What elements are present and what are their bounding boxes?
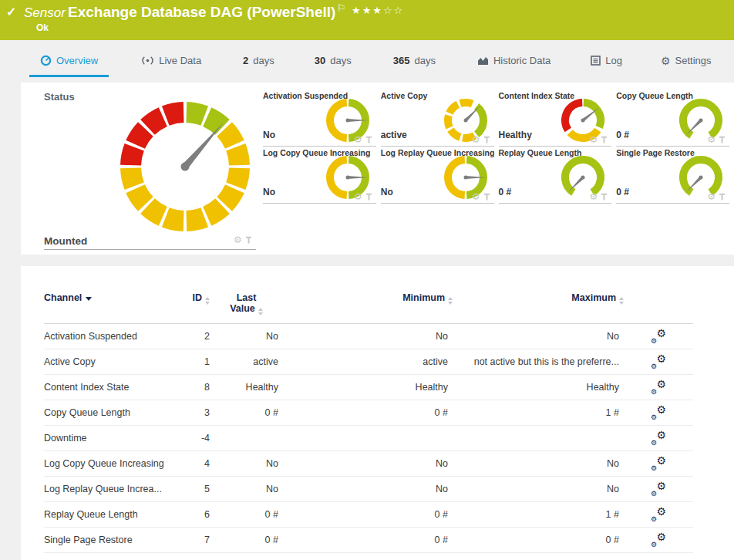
cell-minimum: 0 #	[283, 502, 453, 528]
tab-2-days[interactable]: 2days	[232, 55, 285, 77]
channel-settings-gears-icon[interactable]: ⚙⚙	[651, 532, 666, 546]
cell-maximum: 0 #	[453, 528, 624, 553]
pin-icon[interactable]	[244, 236, 253, 245]
mini-gauge-grid: Activation Suspended No ⚙ Active Copy ac…	[263, 83, 734, 204]
channel-settings-gears-icon[interactable]: ⚙⚙	[651, 380, 666, 393]
tab-overview[interactable]: Overview	[29, 55, 109, 77]
flag-icon[interactable]: ⚐	[337, 2, 346, 14]
cell-maximum: No	[453, 451, 624, 477]
channel-settings-gears-icon[interactable]: ⚙⚙	[651, 430, 666, 444]
channel-gauge-panel: Replay Queue Length 0 # ⚙	[499, 147, 612, 204]
cell-channel[interactable]: Activation Suspended	[44, 324, 187, 349]
channel-settings-gears-icon[interactable]: ⚙⚙	[651, 329, 666, 342]
channel-table-row: Active Copy 1 active active not active b…	[44, 349, 693, 375]
channel-gauge-value: No	[381, 187, 393, 197]
area-chart-icon	[477, 56, 489, 66]
gear-icon[interactable]: ⚙	[354, 192, 362, 201]
column-header-id[interactable]: ID	[187, 292, 210, 324]
gear-icon[interactable]: ⚙	[707, 192, 715, 201]
tab-historic-data[interactable]: Historic Data	[466, 55, 561, 77]
channel-table-row: Single Page Restore 7 0 # 0 # 0 # ⚙⚙	[44, 528, 693, 553]
channel-table-row: Downtime -4 ⚙⚙	[44, 426, 693, 451]
pin-icon[interactable]	[483, 136, 491, 144]
gauges-card: Status Mounted ⚙ Activation Suspended No…	[21, 83, 734, 255]
status-gauge	[120, 101, 251, 232]
gear-icon[interactable]: ⚙	[589, 135, 598, 144]
channel-gauge-panel: Copy Queue Length 0 # ⚙	[616, 89, 729, 147]
cell-minimum: 0 #	[283, 528, 453, 553]
cell-maximum: 1 #	[453, 502, 624, 528]
gear-icon[interactable]: ⚙	[707, 135, 715, 144]
column-header-settings	[624, 292, 693, 324]
cell-last-value: Healthy	[210, 375, 283, 400]
channels-table: Channel ID Last Value Minimum Maximum Ac…	[44, 292, 693, 553]
cell-channel[interactable]: Active Copy	[44, 349, 187, 375]
tab-log[interactable]: Log	[580, 55, 633, 77]
pin-icon[interactable]	[365, 193, 373, 201]
sort-caret-icon	[86, 297, 92, 301]
cell-minimum: 0 #	[283, 400, 453, 426]
tab-live-data[interactable]: Live Data	[130, 55, 212, 77]
cell-maximum: No	[453, 477, 624, 502]
column-header-maximum[interactable]: Maximum	[453, 292, 624, 324]
channel-settings-gears-icon[interactable]: ⚙⚙	[651, 481, 666, 495]
cell-id: 1	[187, 349, 210, 375]
log-list-icon	[591, 56, 601, 66]
channel-settings-gears-icon[interactable]: ⚙⚙	[651, 456, 666, 470]
sensor-header-banner: ✓ Sensor Exchange Database DAG (PowerShe…	[0, 0, 734, 40]
sort-arrows-icon	[205, 297, 210, 305]
pin-icon[interactable]	[483, 193, 491, 201]
priority-stars[interactable]: ★★★☆☆	[352, 5, 404, 16]
pin-icon[interactable]	[600, 193, 608, 201]
cell-channel[interactable]: Content Index State	[44, 375, 187, 400]
tab-settings[interactable]: ⚙ Settings	[650, 55, 722, 77]
pin-icon[interactable]	[600, 136, 608, 144]
channel-gauge-value: No	[263, 130, 275, 140]
channel-gauge-value: 0 #	[616, 130, 629, 140]
channel-settings-gears-icon[interactable]: ⚙⚙	[651, 507, 666, 521]
gear-icon[interactable]: ⚙	[589, 192, 598, 201]
cell-minimum: No	[283, 451, 453, 477]
broadcast-icon	[141, 56, 154, 66]
gear-icon[interactable]: ⚙	[234, 235, 242, 245]
cell-id: 2	[187, 324, 210, 349]
channel-gauge-value: active	[381, 130, 407, 140]
pin-icon[interactable]	[365, 136, 373, 144]
column-header-channel[interactable]: Channel	[44, 292, 187, 324]
sensor-title: Exchange Database DAG (PowerShell)	[68, 4, 335, 21]
cell-maximum: not active but this is the preferre...	[453, 349, 624, 375]
cell-last-value	[210, 426, 283, 451]
tab-365-days[interactable]: 365days	[382, 55, 446, 77]
cell-minimum	[283, 426, 453, 451]
channel-settings-gears-icon[interactable]: ⚙⚙	[651, 405, 666, 419]
gear-icon[interactable]: ⚙	[472, 192, 480, 201]
column-header-minimum[interactable]: Minimum	[283, 292, 453, 324]
column-header-last-value[interactable]: Last Value	[210, 292, 283, 324]
pin-icon[interactable]	[718, 136, 726, 144]
cell-channel[interactable]: Replay Queue Length	[44, 502, 187, 528]
channel-table-row: Replay Queue Length 6 0 # 0 # 1 # ⚙⚙	[44, 502, 693, 528]
cell-last-value: No	[210, 477, 283, 502]
cell-last-value: 0 #	[210, 400, 283, 426]
sort-arrows-icon	[258, 308, 263, 315]
channel-gauge-panel: Content Index State Healthy ⚙	[499, 89, 612, 147]
tab-30-days[interactable]: 30days	[304, 55, 362, 77]
cell-channel[interactable]: Single Page Restore	[44, 528, 187, 553]
sensor-status-text: Ok	[36, 22, 49, 33]
cell-minimum: No	[283, 324, 453, 349]
cell-channel[interactable]: Log Replay Queue Increa...	[44, 477, 187, 502]
cell-minimum: Healthy	[283, 375, 453, 400]
cell-channel[interactable]: Log Copy Queue Increasing	[44, 451, 187, 477]
cell-id: 8	[187, 375, 210, 400]
cell-channel[interactable]: Copy Queue Length	[44, 400, 187, 426]
cell-id: 6	[187, 502, 210, 528]
status-ok-check-icon: ✓	[6, 5, 16, 19]
gear-icon[interactable]: ⚙	[354, 135, 362, 144]
channel-settings-gears-icon[interactable]: ⚙⚙	[651, 354, 666, 368]
channel-table-row: Content Index State 8 Healthy Healthy He…	[44, 375, 693, 400]
divider	[44, 249, 256, 250]
pin-icon[interactable]	[718, 193, 726, 201]
cell-channel[interactable]: Downtime	[44, 426, 187, 451]
gear-icon[interactable]: ⚙	[472, 135, 480, 144]
cell-last-value: 0 #	[210, 528, 283, 553]
